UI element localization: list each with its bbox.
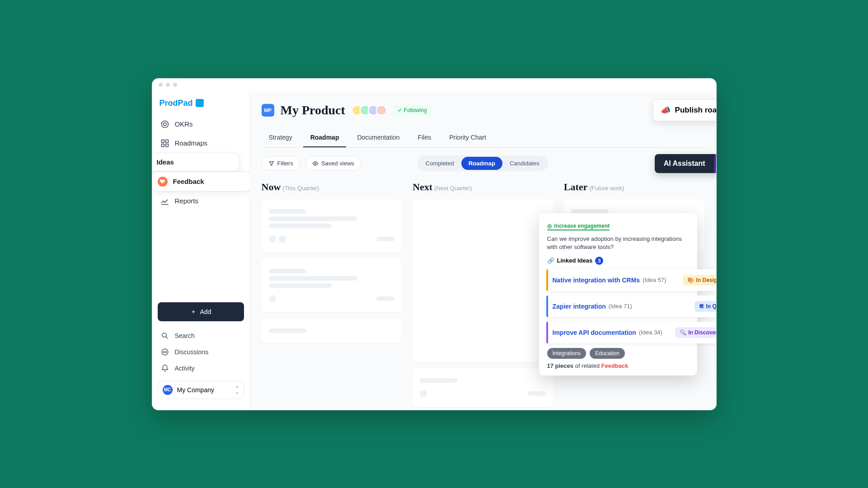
- brand: ProdPad: [152, 97, 249, 114]
- status-label: In Design: [696, 277, 716, 283]
- search-icon: [160, 331, 169, 340]
- sidebar-item-search[interactable]: Search: [158, 328, 244, 344]
- traffic-light-dot: [173, 83, 177, 87]
- product-header: MP My Product ✓ Following 📣 Publish road…: [262, 91, 704, 126]
- column-title: Now: [262, 181, 281, 192]
- svg-rect-2: [161, 140, 164, 142]
- tag[interactable]: Integrations: [547, 348, 586, 359]
- company-switcher[interactable]: MC My Company ⌃⌄: [158, 381, 244, 399]
- skeleton-line: [269, 224, 332, 228]
- linked-idea-row[interactable]: Improve API documentation (Idea 34) 🔍In …: [546, 322, 716, 343]
- initiative-question: Can we improve adoption by increasing in…: [547, 235, 689, 252]
- status-label: In QA: [706, 303, 716, 310]
- objective-tag[interactable]: ◎ Increase engagement: [547, 223, 610, 230]
- status-pill-in-qa: 🛠In QA: [694, 301, 716, 312]
- sidebar-item-feedback[interactable]: ❤ Feedback: [152, 172, 251, 191]
- skeleton-line: [376, 237, 394, 241]
- following-pill[interactable]: ✓ Following: [393, 105, 432, 116]
- tools-icon: 🛠: [699, 303, 704, 310]
- segment-roadmap[interactable]: Roadmap: [461, 157, 502, 170]
- idea-title: Zapier integration: [553, 303, 606, 310]
- initiative-popup: ◎ Increase engagement Can we improve ado…: [539, 213, 697, 375]
- sidebar-item-label: Search: [175, 332, 195, 339]
- company-initials: MC: [163, 385, 173, 395]
- idea-title: Improve API documentation: [553, 329, 636, 336]
- segment-completed[interactable]: Completed: [418, 157, 461, 170]
- idea-id: (Idea 71): [609, 303, 632, 310]
- linked-idea-row[interactable]: Zapier integration (Idea 71) 🛠In QA: [546, 296, 716, 317]
- skeleton-line: [528, 391, 546, 396]
- add-label: Add: [200, 308, 211, 315]
- linked-idea-row[interactable]: Native integration with CRMs (Idea 57) 🎨…: [546, 269, 716, 291]
- column-now: Now(This Quarter): [262, 181, 402, 407]
- chart-line-icon: [160, 197, 169, 206]
- skeleton-line: [269, 276, 357, 281]
- status-label: In Discovery: [688, 329, 716, 336]
- status-pill-in-design: 🎨In Design: [683, 275, 716, 286]
- skeleton-line: [376, 296, 394, 301]
- target-icon: ◎: [547, 223, 552, 229]
- tab-strategy[interactable]: Strategy: [262, 128, 300, 147]
- add-button[interactable]: ＋ Add: [158, 302, 244, 321]
- svg-point-0: [161, 121, 168, 127]
- sidebar-item-label: Ideas: [157, 158, 174, 166]
- grid-icon: [160, 139, 169, 148]
- heart-bubble-icon: ❤: [158, 177, 168, 187]
- sidebar-item-activity[interactable]: Activity: [158, 360, 244, 376]
- sidebar-item-label: Reports: [175, 197, 199, 205]
- roadmap-card[interactable]: [413, 368, 553, 407]
- objective-label: Increase engagement: [554, 223, 610, 229]
- status-pill-in-discovery: 🔍In Discovery: [675, 327, 716, 338]
- brand-logo-icon: [196, 99, 204, 107]
- related-feedback-line: 17 pieces of related Feedback: [547, 362, 689, 369]
- ai-assistant-label: AI Assistant: [655, 154, 714, 173]
- initiative-tags: Integrations Education: [547, 348, 689, 359]
- member-avatars[interactable]: [354, 105, 387, 116]
- sidebar: ProdPad OKRs Roadmaps 💡 Ideas ❤: [152, 91, 250, 410]
- sparkle-icon: ✦: [714, 154, 716, 173]
- publish-roadmap-button[interactable]: 📣 Publish roadmap: [653, 99, 716, 121]
- roadmap-card[interactable]: [262, 319, 402, 343]
- skeleton-line: [269, 209, 307, 214]
- tab-files[interactable]: Files: [411, 128, 439, 147]
- sidebar-item-ideas[interactable]: 💡 Ideas: [152, 153, 239, 171]
- idea-id: (Idea 34): [639, 329, 662, 336]
- column-subtitle: (Next Quarter): [434, 185, 472, 192]
- roadmap-card[interactable]: [262, 199, 402, 253]
- linked-ideas-label: Linked Ideas: [557, 257, 593, 264]
- roadmap-card[interactable]: [413, 199, 553, 362]
- sidebar-item-roadmaps[interactable]: Roadmaps: [155, 134, 247, 152]
- column-subtitle: (This Quarter): [282, 185, 319, 192]
- palette-icon: 🎨: [687, 277, 694, 283]
- tab-priority-chart[interactable]: Priority Chart: [442, 128, 493, 147]
- skeleton-line: [269, 216, 357, 221]
- feedback-link[interactable]: Feedback: [601, 362, 628, 369]
- sidebar-item-label: Activity: [175, 365, 195, 372]
- skeleton-dot: [279, 235, 286, 243]
- svg-rect-4: [161, 144, 164, 146]
- column-title: Next: [413, 181, 432, 192]
- ai-assistant-button[interactable]: AI Assistant ✦: [655, 154, 716, 173]
- svg-point-6: [162, 333, 166, 337]
- svg-point-11: [314, 163, 316, 164]
- brand-name: ProdPad: [160, 99, 193, 108]
- check-icon: ✓: [398, 107, 402, 113]
- segment-candidates[interactable]: Candidates: [502, 157, 547, 170]
- svg-point-9: [164, 352, 165, 352]
- svg-point-10: [166, 352, 167, 352]
- skeleton-dot: [269, 235, 276, 243]
- filters-button[interactable]: Filters: [262, 156, 300, 170]
- sidebar-item-reports[interactable]: Reports: [155, 192, 247, 210]
- skeleton-dot: [269, 295, 276, 302]
- avatar: [376, 105, 387, 116]
- saved-views-label: Saved views: [321, 160, 354, 167]
- saved-views-button[interactable]: Saved views: [305, 156, 361, 170]
- sidebar-item-discussions[interactable]: Discussions: [158, 344, 244, 360]
- roadmap-card[interactable]: [262, 259, 402, 312]
- sidebar-item-label: OKRs: [175, 120, 193, 128]
- tab-roadmap[interactable]: Roadmap: [303, 128, 347, 147]
- tab-documentation[interactable]: Documentation: [350, 128, 407, 147]
- tag[interactable]: Education: [590, 348, 624, 359]
- sidebar-item-okrs[interactable]: OKRs: [155, 115, 247, 133]
- sidebar-item-label: Discussions: [175, 348, 209, 356]
